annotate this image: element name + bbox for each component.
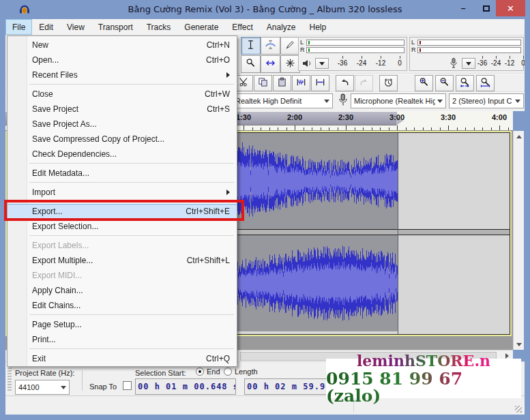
zoom-in-icon: [419, 77, 429, 89]
menu-item-exit[interactable]: ExitCtrl+Q: [8, 351, 237, 366]
menu-item-export-selection[interactable]: Export Selection...: [8, 219, 237, 234]
menu-item-label: Export Labels...: [32, 241, 230, 250]
cut-button[interactable]: [235, 75, 253, 91]
sync-lock-button[interactable]: [379, 75, 398, 91]
radio-unselected-icon: [224, 368, 232, 376]
menubar-item-effect[interactable]: Effect: [225, 19, 259, 35]
fit-project-button[interactable]: [476, 75, 495, 91]
menu-item-apply-chain[interactable]: Apply Chain...: [8, 283, 237, 298]
menu-item-export-labels[interactable]: Export Labels...: [8, 238, 237, 253]
minimize-button[interactable]: –: [454, 0, 472, 16]
undo-button[interactable]: [336, 75, 354, 91]
redo-button[interactable]: [355, 75, 373, 91]
speaker-icon: [301, 58, 312, 69]
menu-item-label: Open...: [32, 55, 206, 65]
menubar-item-view[interactable]: View: [60, 19, 91, 35]
menu-item-close[interactable]: CloseCtrl+W: [8, 87, 237, 102]
menu-item-check-dependencies[interactable]: Check Dependencies...: [8, 147, 237, 162]
zoom-tool-button[interactable]: [241, 55, 261, 73]
close-button[interactable]: ✕: [496, 0, 525, 16]
trim-audio-button[interactable]: [292, 75, 310, 91]
time-shift-tool-button[interactable]: [261, 55, 280, 73]
menu-item-export-midi[interactable]: Export MIDI...: [8, 268, 237, 283]
menu-item-page-setup[interactable]: Page Setup...: [8, 317, 237, 332]
input-channels-value: 2 (Stereo) Input C: [452, 97, 513, 105]
menu-item-edit-metadata[interactable]: Edit Metadata...: [8, 166, 237, 181]
zoom-out-button[interactable]: [435, 75, 454, 91]
meter-right-label: R: [411, 47, 417, 53]
meter-tick: [419, 41, 421, 44]
scroll-up-button[interactable]: [514, 131, 525, 142]
meter-tick: [419, 48, 421, 52]
playback-meter[interactable]: L R -36-24-120: [298, 37, 407, 71]
end-radio[interactable]: End: [196, 368, 220, 376]
menu-item-save-project[interactable]: Save ProjectCtrl+S: [8, 102, 237, 117]
menu-item-shortcut: Ctrl+Q: [206, 354, 230, 363]
redo-icon: [359, 77, 369, 89]
selection-start-field[interactable]: 00 h 01 m 00.648 s: [135, 378, 236, 395]
recording-meter-bar-left: [417, 40, 521, 46]
menu-item-edit-chains[interactable]: Edit Chains...: [8, 298, 237, 313]
snap-to-checkbox[interactable]: [123, 381, 132, 390]
menubar-item-file[interactable]: File: [5, 19, 32, 35]
timeline-minor-tick: [508, 127, 509, 130]
title-bar[interactable]: Bằng Cường Remix (Vol 3) - Bằng Cường _ …: [0, 0, 530, 19]
sync-lock-icon: [383, 77, 394, 89]
menu-item-import[interactable]: Import: [8, 185, 237, 200]
menu-item-recent-files[interactable]: Recent Files: [8, 68, 237, 82]
menu-item-open[interactable]: Open...Ctrl+O: [8, 52, 237, 68]
envelope-tool-button[interactable]: [261, 37, 280, 55]
zoom-in-button[interactable]: [415, 75, 433, 91]
menu-item-label: New: [32, 40, 207, 50]
window-border-right: [525, 19, 530, 415]
selection-end-value: 00 h 02 m 59.90: [247, 382, 331, 391]
snap-to-label: Snap To: [89, 382, 117, 391]
scroll-down-button[interactable]: [514, 339, 525, 350]
menubar-item-analyze[interactable]: Analyze: [260, 19, 303, 35]
chevron-down-icon: [515, 100, 520, 103]
timeline-minor-tick: [499, 127, 500, 130]
menu-item-label: Export Selection...: [32, 222, 230, 231]
timeline-minor-tick: [448, 127, 449, 130]
input-channels-select[interactable]: 2 (Stereo) Input C: [449, 93, 524, 108]
multi-tool-button[interactable]: [280, 55, 300, 73]
menubar-item-generate[interactable]: Generate: [177, 19, 225, 35]
timeline-tick-label: 4:00: [486, 113, 513, 121]
meter-scale-label: -36: [334, 59, 351, 67]
menubar-item-help[interactable]: Help: [303, 19, 334, 35]
maximize-icon: [483, 5, 490, 12]
timeline-minor-tick: [295, 127, 295, 130]
resize-grip[interactable]: [515, 406, 522, 412]
input-device-select[interactable]: Microphone (Realtek High Defi: [351, 93, 446, 108]
playback-meter-dropdown[interactable]: [315, 58, 329, 69]
selection-tool-button[interactable]: [241, 37, 261, 55]
menu-item-save-compressed-copy-of-project[interactable]: Save Compressed Copy of Project...: [8, 132, 237, 147]
menu-item-new[interactable]: NewCtrl+N: [8, 38, 237, 52]
draw-tool-button[interactable]: [280, 37, 300, 55]
timeline-minor-tick: [465, 127, 466, 130]
vertical-scrollbar[interactable]: [513, 131, 524, 350]
menubar-item-edit[interactable]: Edit: [32, 19, 60, 35]
menu-item-print[interactable]: Print...: [8, 332, 237, 347]
clip-end-edge: [398, 133, 398, 334]
timeline-minor-tick: [278, 127, 278, 130]
timeline-minor-tick: [363, 127, 364, 130]
toolbar-grip[interactable]: [8, 368, 12, 391]
menu-item-export-multiple[interactable]: Export Multiple...Ctrl+Shift+L: [8, 253, 237, 268]
copy-button[interactable]: [254, 75, 272, 91]
fit-selection-button[interactable]: [456, 75, 474, 91]
silence-audio-button[interactable]: [311, 75, 329, 91]
paste-button[interactable]: [273, 75, 291, 91]
timeline-minor-tick: [482, 127, 483, 130]
menu-item-save-project-as[interactable]: Save Project As...: [8, 117, 237, 132]
length-radio[interactable]: Length: [224, 368, 258, 376]
output-device-select[interactable]: Realtek High Definit: [232, 93, 333, 108]
recording-meter[interactable]: L R -36-24-120: [409, 37, 524, 71]
project-rate-select[interactable]: 44100: [15, 380, 70, 395]
maximize-button[interactable]: [477, 0, 495, 16]
timeline-minor-tick: [414, 127, 415, 130]
timeline-minor-tick: [252, 127, 253, 130]
timeline-tick-label: 2:30: [332, 113, 359, 121]
menubar-item-tracks[interactable]: Tracks: [140, 19, 178, 35]
menubar-item-transport[interactable]: Transport: [91, 19, 140, 35]
